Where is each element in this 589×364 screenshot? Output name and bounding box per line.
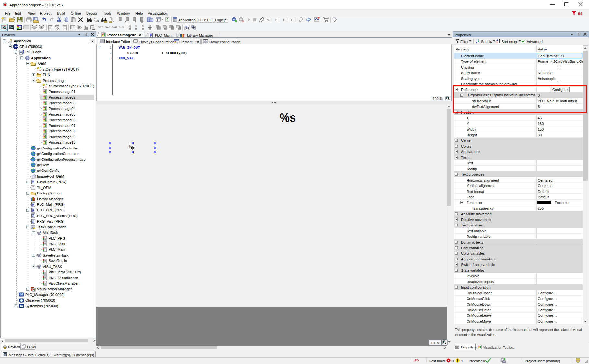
svg-text:Z: Z xyxy=(496,41,498,43)
svg-text:A: A xyxy=(94,17,96,20)
svg-text:PLC: PLC xyxy=(20,293,23,295)
svg-text:B: B xyxy=(97,20,99,23)
svg-text:CPU: CPU xyxy=(14,45,18,48)
svg-text:A: A xyxy=(496,39,498,41)
